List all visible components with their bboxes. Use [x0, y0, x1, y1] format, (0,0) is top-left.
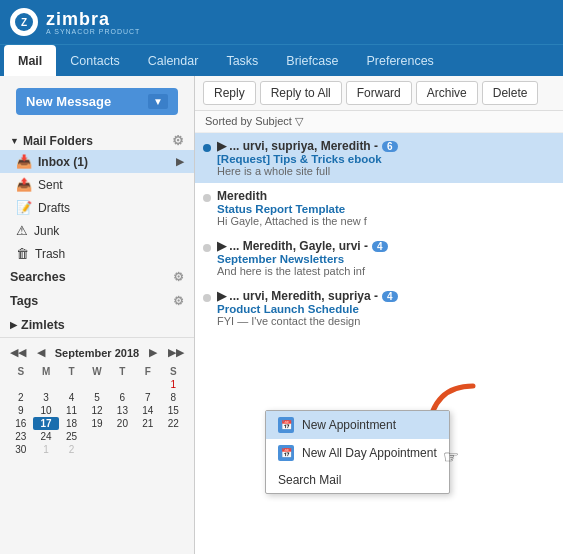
- tab-preferences[interactable]: Preferences: [352, 45, 447, 76]
- tags-gear-icon[interactable]: ⚙: [173, 294, 184, 308]
- cal-prev[interactable]: ◀: [35, 344, 47, 361]
- cal-day[interactable]: 25: [59, 430, 84, 443]
- table-row[interactable]: Meredith Status Report Template Hi Gayle…: [195, 183, 563, 233]
- cal-day[interactable]: 6: [110, 391, 135, 404]
- cal-prev-prev[interactable]: ◀◀: [8, 344, 28, 361]
- sent-icon: 📤: [16, 177, 32, 192]
- cal-day-t2: T: [110, 365, 135, 378]
- cal-day: [84, 378, 109, 391]
- cal-day[interactable]: 16: [8, 417, 33, 430]
- table-row[interactable]: ▶ ... urvi, supriya, Meredith - 6 [Reque…: [195, 133, 563, 183]
- tab-calendar[interactable]: Calendar: [134, 45, 213, 76]
- content-area: Reply Reply to All Forward Archive Delet…: [195, 76, 563, 554]
- cal-day[interactable]: 21: [135, 417, 160, 430]
- tags-section[interactable]: Tags ⚙: [0, 289, 194, 313]
- cal-day[interactable]: 9: [8, 404, 33, 417]
- cal-day: [161, 443, 186, 456]
- context-search-mail[interactable]: Search Mail: [266, 467, 449, 493]
- read-dot: [203, 194, 211, 202]
- cal-day[interactable]: 24: [33, 430, 58, 443]
- searches-gear-icon[interactable]: ⚙: [173, 270, 184, 284]
- sort-icon: ▽: [295, 115, 303, 127]
- cal-day[interactable]: 5: [84, 391, 109, 404]
- email-badge: 6: [382, 141, 398, 152]
- inbox-icon: 📥: [16, 154, 32, 169]
- cal-day-t1: T: [59, 365, 84, 378]
- email-subject: [Request] Tips & Tricks ebook: [217, 153, 555, 165]
- forward-button[interactable]: Forward: [346, 81, 412, 105]
- cal-day[interactable]: 12: [84, 404, 109, 417]
- junk-label: Junk: [34, 224, 59, 238]
- cal-day[interactable]: 1: [161, 378, 186, 391]
- new-message-button[interactable]: New Message ▼: [16, 88, 178, 115]
- cal-day[interactable]: 3: [33, 391, 58, 404]
- drafts-label: Drafts: [38, 201, 70, 215]
- cal-day[interactable]: 20: [110, 417, 135, 430]
- tags-label: Tags: [10, 294, 38, 308]
- cal-day[interactable]: 13: [110, 404, 135, 417]
- tab-briefcase[interactable]: Briefcase: [272, 45, 352, 76]
- calendar-header: ◀◀ ◀ September 2018 ▶ ▶▶: [8, 344, 186, 361]
- reply-button[interactable]: Reply: [203, 81, 256, 105]
- trash-label: Trash: [35, 247, 65, 261]
- cal-next[interactable]: ▶: [147, 344, 159, 361]
- cal-day[interactable]: 1: [33, 443, 58, 456]
- cal-day[interactable]: 18: [59, 417, 84, 430]
- email-sender: ▶ ... urvi, Meredith, supriya - 4: [217, 289, 555, 303]
- folder-junk[interactable]: ⚠ Junk: [0, 219, 194, 242]
- cal-day[interactable]: 22: [161, 417, 186, 430]
- table-row[interactable]: ▶ ... Meredith, Gayle, urvi - 4 Septembe…: [195, 233, 563, 283]
- inbox-label: Inbox (1): [38, 155, 88, 169]
- context-menu: 📅 New Appointment 📅 New All Day Appointm…: [265, 410, 450, 494]
- cal-day[interactable]: 30: [8, 443, 33, 456]
- archive-button[interactable]: Archive: [416, 81, 478, 105]
- tab-mail[interactable]: Mail: [4, 45, 56, 76]
- context-new-appointment[interactable]: 📅 New Appointment: [266, 411, 449, 439]
- cal-day: [110, 378, 135, 391]
- folders-gear-icon[interactable]: ⚙: [172, 133, 184, 148]
- searches-section[interactable]: Searches ⚙: [0, 265, 194, 289]
- cal-day-f: F: [135, 365, 160, 378]
- folder-sent[interactable]: 📤 Sent: [0, 173, 194, 196]
- cal-day[interactable]: 15: [161, 404, 186, 417]
- logo-text: zimbra: [46, 9, 140, 30]
- email-preview: And here is the latest patch inf: [217, 265, 555, 277]
- cal-day[interactable]: 19: [84, 417, 109, 430]
- zimlets-section[interactable]: ▶ Zimlets: [0, 313, 194, 337]
- cal-day: [84, 443, 109, 456]
- cal-day[interactable]: 8: [161, 391, 186, 404]
- tab-tasks[interactable]: Tasks: [212, 45, 272, 76]
- trash-icon: 🗑: [16, 246, 29, 261]
- folder-trash[interactable]: 🗑 Trash: [0, 242, 194, 265]
- email-content: ▶ ... urvi, Meredith, supriya - 4 Produc…: [217, 289, 555, 327]
- cal-day: [59, 378, 84, 391]
- cal-next-next[interactable]: ▶▶: [166, 344, 186, 361]
- email-sender: Meredith: [217, 189, 555, 203]
- delete-button[interactable]: Delete: [482, 81, 539, 105]
- cal-day[interactable]: 2: [59, 443, 84, 456]
- cal-day[interactable]: 11: [59, 404, 84, 417]
- cal-day[interactable]: 23: [8, 430, 33, 443]
- context-new-all-day[interactable]: 📅 New All Day Appointment: [266, 439, 449, 467]
- cal-day[interactable]: 14: [135, 404, 160, 417]
- cal-day: [135, 443, 160, 456]
- read-dot: [203, 294, 211, 302]
- folder-triangle: ▼: [10, 136, 19, 146]
- email-preview: Hi Gayle, Attached is the new f: [217, 215, 555, 227]
- tab-contacts[interactable]: Contacts: [56, 45, 133, 76]
- reply-all-button[interactable]: Reply to All: [260, 81, 342, 105]
- table-row[interactable]: ▶ ... urvi, Meredith, supriya - 4 Produc…: [195, 283, 563, 333]
- drafts-icon: 📝: [16, 200, 32, 215]
- cal-day: [8, 378, 33, 391]
- cal-day[interactable]: 7: [135, 391, 160, 404]
- folder-inbox[interactable]: 📥 Inbox (1) ▶: [0, 150, 194, 173]
- cal-day[interactable]: 10: [33, 404, 58, 417]
- cal-day[interactable]: 4: [59, 391, 84, 404]
- new-message-dropdown-arrow[interactable]: ▼: [148, 94, 168, 109]
- new-message-label: New Message: [26, 94, 111, 109]
- cal-day[interactable]: 17: [33, 417, 58, 430]
- cal-day[interactable]: 2: [8, 391, 33, 404]
- cal-day: [110, 430, 135, 443]
- folder-drafts[interactable]: 📝 Drafts: [0, 196, 194, 219]
- sort-label: Sorted by Subject: [205, 115, 292, 127]
